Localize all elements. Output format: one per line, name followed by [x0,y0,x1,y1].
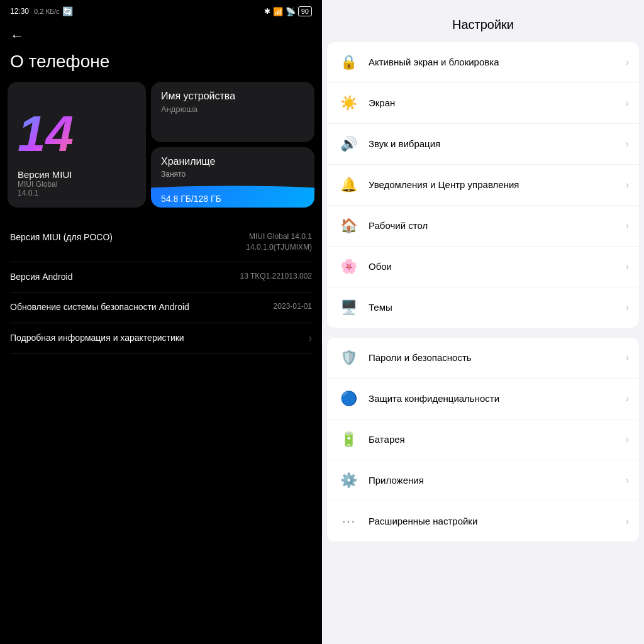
miui-version-number: 14.0.1 [18,189,136,197]
status-left: 12:30 0,2 КБ/с 🔄 [10,6,73,16]
chevron-right-icon: › [309,333,312,344]
themes-label: Темы [369,301,626,314]
chevron-icon: › [626,220,629,231]
home-icon: 🏠 [337,214,360,237]
themes-icon: 🖥️ [337,296,360,319]
settings-text-display: Экран [369,97,626,109]
battery-label: Батарея [369,433,626,446]
info-value-security: 2023-01-01 [274,301,312,312]
info-value-miui-poco: MIUI Global 14.0.114.0.1.0(TJUMIXM) [246,231,312,253]
settings-item-privacy[interactable]: 🔵 Защита конфиденциальности › [327,379,639,419]
storage-card: Хранилище Занято 54.8 ГБ/128 ГБ [151,147,314,208]
settings-text-battery: Батарея [369,433,626,446]
chevron-icon: › [626,57,629,68]
battery-icon: 🔋 [337,428,360,451]
chevron-icon: › [626,97,629,109]
storage-total: /128 ГБ [191,194,221,204]
sound-icon: 🔊 [337,133,360,155]
info-label-miui-poco: Версия MIUI (для POCO) [10,231,246,244]
page-title: О телефоне [0,47,322,82]
storage-size: 54.8 ГБ/128 ГБ [161,184,304,207]
wifi-icon: 📡 [286,7,296,16]
miui-logo: 14 [18,109,136,159]
chevron-icon: › [626,302,629,313]
settings-item-wallpaper[interactable]: 🌸 Обои › [327,247,639,287]
right-panel: Настройки 🔒 Активный экран и блокировка … [322,0,644,644]
chevron-icon: › [626,179,629,191]
privacy-icon: 🔵 [337,387,360,410]
info-list: Версия MIUI (для POCO) MIUI Global 14.0.… [0,213,322,644]
settings-item-homescreen[interactable]: 🏠 Рабочий стол › [327,206,639,247]
display-label: Экран [369,97,626,109]
advanced-label: Расширенные настройки [369,515,626,528]
time: 12:30 [10,7,29,16]
apps-label: Приложения [369,474,626,487]
settings-text-apps: Приложения [369,474,626,487]
signal-icon: 📶 [273,7,283,16]
miui-sub-label: MIUI Global [18,180,136,189]
privacy-label: Защита конфиденциальности [369,392,626,405]
apps-icon: ⚙️ [337,469,360,492]
storage-title: Хранилище [161,156,304,167]
info-item-security: Обновление системы безопасности Android … [10,292,312,323]
bluetooth-icon: ✱ [264,7,270,16]
advanced-icon: ⋯ [337,510,360,533]
settings-text-screen-lock: Активный экран и блокировка [369,56,626,69]
settings-text-themes: Темы [369,301,626,314]
chevron-icon: › [626,138,629,150]
settings-item-apps[interactable]: ⚙️ Приложения › [327,460,639,501]
notification-icon: 🔔 [337,174,360,196]
settings-item-notifications[interactable]: 🔔 Уведомления и Центр управления › [327,165,639,206]
settings-item-sound[interactable]: 🔊 Звук и вибрация › [327,124,639,165]
info-item-details[interactable]: Подробная информация и характеристики › [10,323,312,354]
settings-item-passwords[interactable]: 🛡️ Пароли и безопасность › [327,338,639,379]
miui-label: Версия MIUI [18,169,136,180]
back-button[interactable]: ← [0,20,322,47]
settings-section-2: 🛡️ Пароли и безопасность › 🔵 Защита конф… [327,338,639,541]
battery-text: 90 [298,6,312,16]
sun-icon: ☀️ [337,92,360,114]
settings-item-display[interactable]: ☀️ Экран › [327,83,639,124]
settings-item-advanced[interactable]: ⋯ Расширенные настройки › [327,501,639,541]
info-value-android: 13 TKQ1.221013.002 [240,271,312,282]
info-label-details: Подробная информация и характеристики [10,332,309,345]
right-info-cards: Имя устройства Андрюша Хранилище Занято … [151,82,314,208]
cards-row: 14 Версия MIUI MIUI Global 14.0.1 Имя ус… [0,82,322,208]
passwords-label: Пароли и безопасность [369,352,626,364]
chevron-icon: › [626,475,629,486]
settings-item-battery[interactable]: 🔋 Батарея › [327,419,639,460]
info-item-miui-poco: Версия MIUI (для POCO) MIUI Global 14.0.… [10,223,312,262]
chevron-icon: › [626,516,629,527]
settings-text-wallpaper: Обои [369,260,626,273]
settings-text-notifications: Уведомления и Центр управления [369,179,626,191]
settings-list: 🔒 Активный экран и блокировка › ☀️ Экран… [322,42,644,644]
screen-lock-label: Активный экран и блокировка [369,56,626,69]
status-bar: 12:30 0,2 КБ/с 🔄 ✱ 📶 📡 90 [0,0,322,20]
wallpaper-label: Обои [369,260,626,273]
status-right: ✱ 📶 📡 90 [264,6,312,16]
homescreen-label: Рабочий стол [369,219,626,232]
chevron-icon: › [626,434,629,445]
settings-text-privacy: Защита конфиденциальности [369,392,626,405]
settings-text-advanced: Расширенные настройки [369,515,626,528]
device-name-value: Андрюша [161,104,304,114]
device-name-title: Имя устройства [161,91,304,102]
chevron-icon: › [626,261,629,272]
notifications-label: Уведомления и Центр управления [369,179,626,191]
left-panel: 12:30 0,2 КБ/с 🔄 ✱ 📶 📡 90 ← О телефоне 1… [0,0,322,644]
settings-item-screen-lock[interactable]: 🔒 Активный экран и блокировка › [327,42,639,83]
data-icon: 🔄 [62,6,73,16]
miui-number: 14 [18,109,74,159]
settings-item-themes[interactable]: 🖥️ Темы › [327,287,639,328]
password-icon: 🛡️ [337,347,360,369]
settings-text-homescreen: Рабочий стол [369,219,626,232]
wallpaper-icon: 🌸 [337,255,360,278]
storage-label: Занято [161,170,304,179]
sound-label: Звук и вибрация [369,138,626,150]
settings-text-sound: Звук и вибрация [369,138,626,150]
lock-icon: 🔒 [337,51,360,74]
settings-section-1: 🔒 Активный экран и блокировка › ☀️ Экран… [327,42,639,328]
settings-text-passwords: Пароли и безопасность [369,352,626,364]
info-item-android: Версия Android 13 TKQ1.221013.002 [10,262,312,293]
info-label-android: Версия Android [10,271,240,284]
